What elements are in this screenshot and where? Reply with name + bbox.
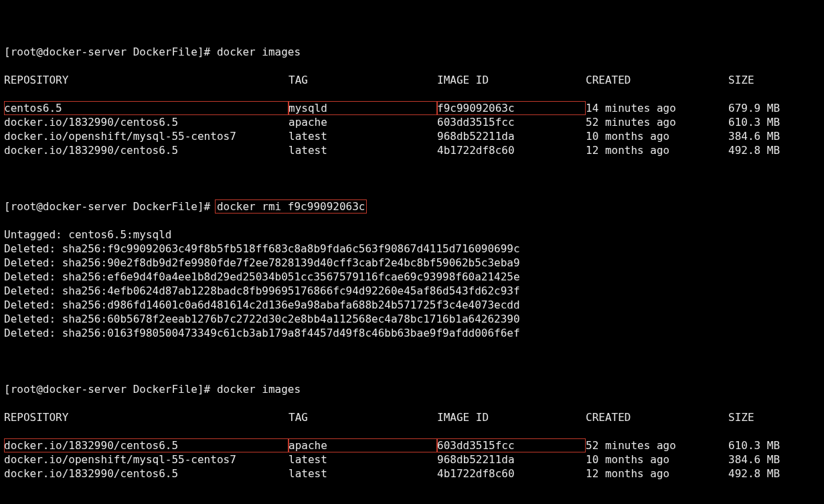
output-line: Deleted: sha256:90e2f8db9d2fe9980fde7f2e… <box>4 256 820 270</box>
terminal[interactable]: [root@docker-server DockerFile]# docker … <box>0 0 824 504</box>
cell-image-id: 603dd3515fcc <box>437 438 586 452</box>
cell-size: 492.8 MB <box>728 143 780 157</box>
table-row: docker.io/openshift/mysql-55-centos7late… <box>4 452 820 467</box>
col-tag: TAG <box>289 73 437 87</box>
col-created: CREATED <box>586 73 728 87</box>
cell-repository: docker.io/1832990/centos6.5 <box>4 438 289 452</box>
prompt: [root@docker-server DockerFile]# <box>4 383 217 396</box>
cell-size: 610.3 MB <box>728 438 780 452</box>
cell-created: 12 months ago <box>586 467 728 481</box>
cell-tag: latest <box>289 129 437 143</box>
cell-created: 52 minutes ago <box>586 115 728 129</box>
table-header: REPOSITORYTAGIMAGE IDCREATEDSIZE <box>4 73 820 87</box>
col-repository: REPOSITORY <box>4 73 289 87</box>
output-line: Untagged: centos6.5:mysqld <box>4 228 820 242</box>
cell-size: 492.8 MB <box>728 467 780 481</box>
cell-size: 384.6 MB <box>728 129 780 143</box>
col-size: SIZE <box>728 73 754 87</box>
table-row: docker.io/openshift/mysql-55-centos7late… <box>4 129 820 143</box>
output-line: Deleted: sha256:d986fd14601c0a6d481614c2… <box>4 298 820 312</box>
output-line: Deleted: sha256:ef6e9d4f0a4ee1b8d29ed250… <box>4 270 820 284</box>
prompt: [root@docker-server DockerFile]# <box>4 46 217 58</box>
command-text: docker images <box>217 383 301 396</box>
cell-repository: docker.io/1832990/centos6.5 <box>4 115 289 129</box>
command-line: [root@docker-server DockerFile]# docker … <box>4 382 820 396</box>
cell-tag: mysqld <box>289 101 437 115</box>
cell-tag: apache <box>289 438 437 452</box>
col-repository: REPOSITORY <box>4 410 289 424</box>
cell-repository: docker.io/1832990/centos6.5 <box>4 467 289 481</box>
col-created: CREATED <box>586 410 728 424</box>
output-line: Deleted: sha256:0163f980500473349c61cb3a… <box>4 326 820 340</box>
command-line: [root@docker-server DockerFile]# docker … <box>4 199 820 214</box>
table-row: docker.io/1832990/centos6.5apache603dd35… <box>4 115 820 129</box>
output-line: Deleted: sha256:4efb0624d87ab1228badc8fb… <box>4 284 820 298</box>
command-line: [root@docker-server DockerFile]# docker … <box>4 45 820 59</box>
cell-repository: centos6.5 <box>4 101 289 115</box>
col-image-id: IMAGE ID <box>437 73 586 87</box>
cell-created: 10 months ago <box>586 129 728 143</box>
cell-image-id: 968db52211da <box>437 452 586 467</box>
cell-image-id: 4b1722df8c60 <box>437 467 586 481</box>
cell-tag: latest <box>289 467 437 481</box>
output-line: Deleted: sha256:f9c99092063c49f8b5fb518f… <box>4 242 820 256</box>
table-row: docker.io/1832990/centos6.5latest4b1722d… <box>4 467 820 481</box>
table-header: REPOSITORYTAGIMAGE IDCREATEDSIZE <box>4 410 820 424</box>
table-row: centos6.5mysqldf9c99092063c14 minutes ag… <box>4 101 820 115</box>
table-row: docker.io/1832990/centos6.5latest4b1722d… <box>4 143 820 157</box>
col-image-id: IMAGE ID <box>437 410 586 424</box>
cell-image-id: f9c99092063c <box>437 101 586 115</box>
col-tag: TAG <box>289 410 437 424</box>
output-line: Deleted: sha256:60b5678f2eeab1276b7c2722… <box>4 312 820 326</box>
cell-created: 14 minutes ago <box>586 101 728 115</box>
cell-tag: apache <box>289 115 437 129</box>
cell-size: 384.6 MB <box>728 452 780 467</box>
cell-created: 10 months ago <box>586 452 728 467</box>
table-row: docker.io/1832990/centos6.5apache603dd35… <box>4 438 820 452</box>
cell-repository: docker.io/openshift/mysql-55-centos7 <box>4 129 289 143</box>
command-text: docker images <box>217 46 301 58</box>
cell-tag: latest <box>289 452 437 467</box>
cell-size: 679.9 MB <box>728 101 780 115</box>
cell-created: 12 months ago <box>586 143 728 157</box>
command-text: docker rmi f9c99092063c <box>215 199 367 214</box>
cell-image-id: 603dd3515fcc <box>437 115 586 129</box>
cell-size: 610.3 MB <box>728 115 780 129</box>
col-size: SIZE <box>728 410 754 424</box>
cell-repository: docker.io/1832990/centos6.5 <box>4 143 289 157</box>
cell-image-id: 4b1722df8c60 <box>437 143 586 157</box>
cell-repository: docker.io/openshift/mysql-55-centos7 <box>4 452 289 467</box>
cell-created: 52 minutes ago <box>586 438 728 452</box>
cell-image-id: 968db52211da <box>437 129 586 143</box>
prompt: [root@docker-server DockerFile]# <box>4 200 217 213</box>
cell-tag: latest <box>289 143 437 157</box>
